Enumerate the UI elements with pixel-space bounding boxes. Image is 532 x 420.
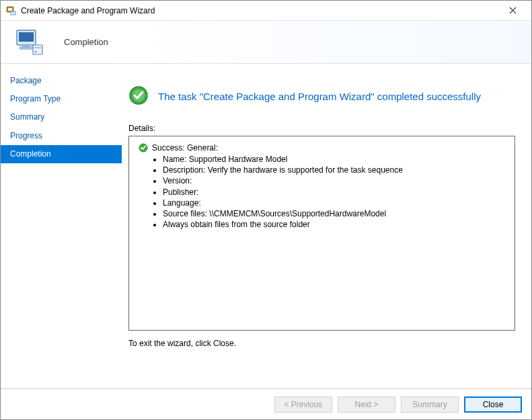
summary-button: Summary (401, 396, 459, 413)
exit-note: To exit the wizard, click Close. (128, 339, 515, 348)
banner-title: Completion (64, 37, 108, 47)
sidebar-item-progress[interactable]: Progress (1, 127, 122, 145)
wizard-sidebar: Package Program Type Summary Progress Co… (1, 64, 122, 388)
svg-rect-2 (11, 11, 15, 15)
sidebar-item-program-type[interactable]: Program Type (1, 90, 122, 108)
svg-rect-1 (8, 8, 12, 11)
svg-rect-8 (20, 47, 33, 49)
previous-button: < Previous (274, 396, 332, 413)
svg-rect-10 (34, 47, 41, 48)
next-button: Next > (338, 396, 395, 413)
computer-icon (13, 26, 45, 58)
success-check-small-icon (139, 143, 148, 153)
app-icon (6, 5, 17, 16)
details-item: Version: (163, 175, 505, 186)
window-title: Create Package and Program Wizard (21, 6, 155, 15)
details-box: Success: General: Name: Supported Hardwa… (128, 136, 515, 331)
details-list: Name: Supported Hardware Model Descripti… (163, 154, 505, 230)
details-item: Always obtain files from the source fold… (163, 219, 505, 230)
wizard-main: The task "Create Package and Program Wiz… (122, 64, 531, 388)
details-item: Source files: \\CMMEMCM\Sources\Supporte… (163, 208, 505, 219)
svg-rect-9 (33, 45, 42, 54)
details-item: Publisher: (163, 187, 505, 198)
details-item: Description: Verify the hardware is supp… (163, 165, 505, 175)
sidebar-item-completion[interactable]: Completion (1, 145, 122, 163)
close-button[interactable]: Close (464, 396, 522, 413)
close-icon[interactable] (499, 1, 526, 21)
wizard-body: Package Program Type Summary Progress Co… (1, 64, 531, 388)
titlebar: Create Package and Program Wizard (1, 1, 531, 21)
wizard-banner: Completion (1, 21, 531, 64)
success-banner: The task "Create Package and Program Wiz… (128, 85, 515, 108)
success-message: The task "Create Package and Program Wiz… (158, 91, 481, 102)
details-item: Language: (163, 198, 505, 208)
wizard-footer: < Previous Next > Summary Close (1, 388, 531, 419)
svg-rect-6 (19, 32, 34, 42)
details-header-text: Success: General: (152, 143, 218, 153)
sidebar-item-package[interactable]: Package (1, 72, 122, 90)
details-label: Details: (128, 124, 515, 133)
success-check-icon (128, 85, 149, 108)
details-header: Success: General: (139, 143, 505, 153)
details-item: Name: Supported Hardware Model (163, 154, 505, 165)
svg-point-11 (35, 50, 36, 52)
sidebar-item-summary[interactable]: Summary (1, 108, 122, 126)
